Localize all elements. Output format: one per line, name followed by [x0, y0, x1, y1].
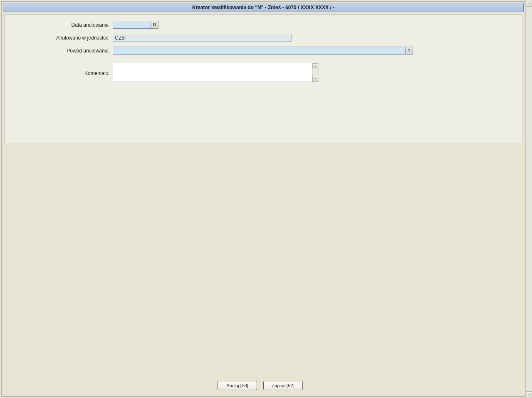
comment-textarea[interactable] — [113, 63, 312, 82]
window-title: Kreator kwalifikowania do "N" - Znieś - … — [192, 5, 334, 10]
cancel-date-input[interactable] — [113, 21, 151, 29]
cancelled-unit-input — [113, 34, 292, 42]
button-bar: Anuluj [F8] Zapisz [F2] — [2, 381, 519, 390]
app-container: Kreator kwalifikowania do "N" - Znieś - … — [1, 1, 525, 397]
comment-field-wrap: ▴ ▾ — [113, 63, 319, 82]
scroll-down-icon[interactable]: ▾ — [312, 76, 318, 82]
form-panel: Data anulowania D Anulowano w jednostce … — [4, 14, 522, 143]
save-button[interactable]: Zapisz [F2] — [263, 381, 303, 390]
comment-row: Komentarz ▴ ▾ — [13, 63, 514, 82]
scroll-up-icon[interactable]: ▴ — [312, 63, 318, 69]
cancelled-unit-row: Anulowano w jednostce — [13, 34, 514, 42]
reason-lookup-button[interactable]: ? — [406, 47, 413, 55]
comment-label: Komentarz — [13, 63, 113, 76]
cancel-date-label: Data anulowania — [13, 21, 113, 28]
scroll-down-icon[interactable]: ▾ — [526, 391, 532, 398]
window-title-bar: Kreator kwalifikowania do "N" - Znieś - … — [3, 3, 524, 12]
window-scrollbar: ▴ ▾ — [525, 0, 532, 398]
comment-scrollbar: ▴ ▾ — [312, 63, 319, 82]
scroll-up-icon[interactable]: ▴ — [526, 0, 532, 7]
cancelled-unit-label: Anulowano w jednostce — [13, 34, 113, 41]
reason-row: Powód anulowania ? — [13, 47, 514, 55]
cancel-date-field: D — [113, 21, 158, 29]
reason-input[interactable] — [113, 47, 406, 55]
reason-field: ? — [113, 47, 413, 55]
cancel-date-row: Data anulowania D — [13, 21, 514, 29]
date-picker-button[interactable]: D — [151, 21, 158, 29]
reason-label: Powód anulowania — [13, 47, 113, 54]
cancel-button[interactable]: Anuluj [F8] — [218, 381, 257, 390]
